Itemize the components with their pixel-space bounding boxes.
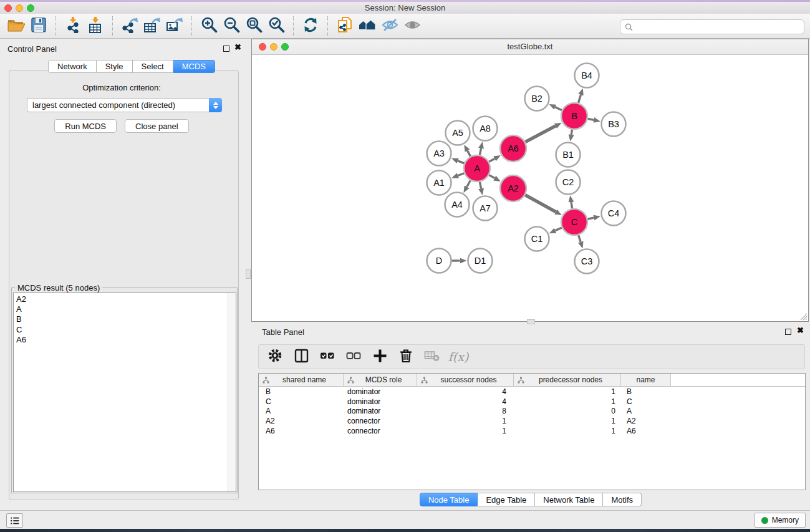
edge-C-C3[interactable] [579, 235, 581, 242]
edge-A-A8[interactable] [480, 148, 481, 155]
memory-button[interactable]: Memory [755, 513, 806, 528]
network-window-titlebar[interactable]: testGlobe.txt [252, 39, 808, 55]
edge-B-B1[interactable] [571, 130, 572, 135]
zoom-out-button[interactable] [220, 16, 243, 36]
edge-A-A4[interactable] [467, 180, 471, 186]
close-network-icon[interactable] [259, 43, 266, 51]
mcds-result-item[interactable]: B [16, 314, 236, 324]
table-row[interactable]: A2connector11A2 [259, 416, 805, 426]
open-file-icon [7, 17, 26, 36]
tab-mcds[interactable]: MCDS [173, 60, 215, 73]
mcds-result-item[interactable]: A6 [16, 335, 236, 345]
zoom-in-button[interactable] [198, 16, 220, 36]
search-field[interactable] [620, 19, 804, 34]
table-cell: 1 [417, 427, 514, 435]
edge-C-C2[interactable] [571, 202, 572, 208]
close-table-panel-icon[interactable]: ✖ [797, 327, 804, 334]
column-header-shared-name[interactable]: shared name [259, 374, 344, 387]
network-graph[interactable]: AA1A2A3A4A5A6A7A8BB1B2B3B4CC1C2C3C4DD1 [252, 55, 808, 321]
mcds-result-item[interactable]: A [16, 304, 236, 314]
criterion-dropdown[interactable]: largest connected component (directed) [27, 98, 222, 112]
hierarchy-icon [421, 377, 428, 384]
tab-edge-table[interactable]: Edge Table [478, 493, 535, 506]
select-all-columns-button[interactable] [319, 348, 336, 365]
edge-B-B4[interactable] [578, 95, 581, 103]
function-builder-button[interactable]: f(x) [450, 348, 467, 365]
close-window-icon[interactable] [4, 4, 12, 12]
table-panel-tabs: Node TableEdge TableNetwork TableMotifs [251, 493, 810, 506]
close-panel-button[interactable]: Close panel [125, 119, 189, 133]
tab-node-table[interactable]: Node Table [420, 493, 478, 506]
split-columns-button[interactable] [292, 348, 310, 365]
edge-C-C4[interactable] [587, 218, 594, 219]
save-session-button[interactable] [27, 16, 50, 36]
mcds-result-item[interactable]: C [16, 325, 236, 335]
delete-table-button[interactable] [423, 348, 441, 365]
edge-A-A6[interactable] [489, 158, 494, 162]
unselect-all-columns-button[interactable] [345, 348, 362, 365]
zoom-network-icon[interactable] [281, 43, 289, 51]
edge-C-C1[interactable] [556, 228, 562, 231]
edge-A6-B[interactable] [525, 126, 556, 142]
edge-A2-C[interactable] [525, 195, 556, 212]
hide-selected-icon [382, 17, 398, 36]
run-mcds-button[interactable]: Run MCDS [54, 119, 117, 133]
table-row[interactable]: Bdominator41B [259, 387, 805, 397]
network-canvas[interactable]: AA1A2A3A4A5A6A7A8BB1B2B3B4CC1C2C3C4DD1 [252, 55, 808, 321]
edge-A-A1[interactable] [458, 173, 464, 176]
table-row[interactable]: Adominator80A [259, 407, 805, 417]
import-network-button[interactable] [62, 16, 84, 36]
export-network-button[interactable] [118, 16, 141, 36]
zoom-fit-button[interactable] [243, 16, 265, 36]
column-header-successor-nodes[interactable]: successor nodes [417, 374, 514, 387]
edge-A-A5[interactable] [468, 151, 471, 157]
export-table-button[interactable] [141, 16, 163, 36]
table-row[interactable]: Cdominator41C [259, 397, 805, 407]
show-all-button[interactable] [401, 16, 423, 36]
new-network-from-selection-button[interactable] [334, 16, 356, 36]
resize-grip-icon[interactable] [799, 312, 808, 321]
edge-A-A7[interactable] [480, 182, 481, 189]
import-table-button[interactable] [84, 16, 107, 36]
export-image-button[interactable] [163, 16, 186, 36]
zoom-window-icon[interactable] [27, 4, 34, 12]
node-table[interactable]: shared nameMCDS rolesuccessor nodesprede… [258, 373, 806, 490]
tab-network[interactable]: Network [48, 60, 97, 73]
float-table-panel-icon[interactable] [785, 329, 791, 335]
zoom-selected-button[interactable] [265, 16, 287, 36]
tab-style[interactable]: Style [97, 60, 133, 73]
column-header-MCDS-role[interactable]: MCDS role [344, 374, 417, 387]
home-button[interactable] [356, 16, 378, 36]
edge-B-B3[interactable] [588, 118, 594, 120]
close-panel-icon[interactable]: ✖ [234, 44, 241, 51]
tab-motifs[interactable]: Motifs [603, 493, 642, 506]
edge-A-A2[interactable] [489, 175, 494, 178]
table-row[interactable]: A6connector11A6 [259, 426, 805, 436]
open-file-button[interactable] [5, 16, 27, 36]
delete-column-button[interactable] [397, 348, 415, 365]
table-cell: B [259, 387, 344, 396]
scrollbar-track[interactable] [228, 293, 236, 491]
tab-select[interactable]: Select [133, 60, 173, 73]
settings-gear-button[interactable] [266, 348, 284, 365]
refresh-button[interactable] [299, 16, 322, 36]
minimize-window-icon[interactable] [16, 4, 23, 12]
task-history-button[interactable] [6, 513, 23, 528]
edge-A-A3[interactable] [458, 161, 464, 163]
mcds-result-item[interactable]: A2 [16, 294, 236, 304]
minimize-network-icon[interactable] [270, 43, 277, 51]
edge-B-B2[interactable] [555, 107, 562, 110]
search-input[interactable] [635, 22, 804, 32]
table-cell: C [621, 397, 671, 406]
hide-selected-button[interactable] [378, 16, 401, 36]
mcds-result-list[interactable]: A2ABCA6 [13, 293, 236, 492]
float-panel-icon[interactable] [223, 46, 229, 52]
horizontal-divider-handle[interactable] [527, 319, 535, 324]
tab-network-table[interactable]: Network Table [535, 493, 603, 506]
delete-table-icon [424, 348, 440, 365]
node-label-C1: C1 [531, 234, 543, 244]
vertical-divider-handle[interactable] [246, 269, 251, 279]
column-header-name[interactable]: name [621, 374, 671, 387]
add-column-button[interactable] [371, 348, 388, 365]
column-header-predecessor-nodes[interactable]: predecessor nodes [514, 374, 621, 387]
